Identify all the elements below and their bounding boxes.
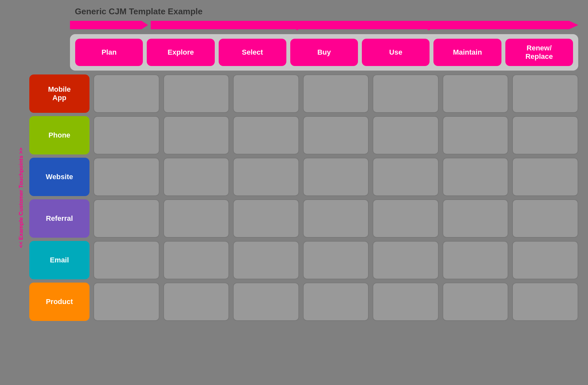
cell-email-renew[interactable] <box>512 241 578 279</box>
touchpoint-button-referral[interactable]: Referral <box>29 199 89 238</box>
cells-row-product <box>93 283 578 321</box>
cell-website-maintain[interactable] <box>443 158 509 196</box>
cell-referral-buy[interactable] <box>303 199 369 238</box>
cell-email-maintain[interactable] <box>443 241 509 279</box>
step-button-renew[interactable]: Renew/ Replace <box>505 39 573 66</box>
cell-product-use[interactable] <box>373 283 439 321</box>
cell-referral-plan[interactable] <box>93 199 159 238</box>
touchpoint-button-email[interactable]: Email <box>29 241 89 279</box>
small-arrow-left <box>70 21 148 29</box>
cell-mobile-app-explore[interactable] <box>163 74 229 113</box>
cell-mobile-app-maintain[interactable] <box>443 74 509 113</box>
vertical-label: << Example Customer Touchpoints >> <box>18 148 24 248</box>
main-container: Generic CJM Template Example Steps in th… <box>0 0 588 385</box>
cell-product-buy[interactable] <box>303 283 369 321</box>
cell-mobile-app-use[interactable] <box>373 74 439 113</box>
touchpoint-button-product[interactable]: Product <box>29 283 89 321</box>
step-button-use[interactable]: Use <box>362 39 430 66</box>
touchpoints-column: Mobile AppPhoneWebsiteReferralEmailProdu… <box>29 74 89 321</box>
cell-phone-buy[interactable] <box>303 116 369 154</box>
cell-referral-maintain[interactable] <box>443 199 509 238</box>
cell-mobile-app-buy[interactable] <box>303 74 369 113</box>
cell-phone-use[interactable] <box>373 116 439 154</box>
touchpoint-button-mobile-app[interactable]: Mobile App <box>29 74 89 113</box>
touchpoint-button-website[interactable]: Website <box>29 158 89 196</box>
step-button-select[interactable]: Select <box>219 39 286 66</box>
cell-phone-renew[interactable] <box>512 116 578 154</box>
cells-row-referral <box>93 199 578 238</box>
cell-website-buy[interactable] <box>303 158 369 196</box>
cells-row-website <box>93 158 578 196</box>
cell-email-select[interactable] <box>233 241 299 279</box>
cell-product-maintain[interactable] <box>443 283 509 321</box>
cell-website-renew[interactable] <box>512 158 578 196</box>
cells-grid <box>93 74 578 321</box>
cells-row-mobile-app <box>93 74 578 113</box>
cell-website-plan[interactable] <box>93 158 159 196</box>
cell-product-explore[interactable] <box>163 283 229 321</box>
cell-website-explore[interactable] <box>163 158 229 196</box>
cell-referral-renew[interactable] <box>512 199 578 238</box>
cell-product-plan[interactable] <box>93 283 159 321</box>
step-button-maintain[interactable]: Maintain <box>433 39 501 66</box>
cell-referral-explore[interactable] <box>163 199 229 238</box>
cell-mobile-app-select[interactable] <box>233 74 299 113</box>
cell-referral-use[interactable] <box>373 199 439 238</box>
cell-email-plan[interactable] <box>93 241 159 279</box>
cell-phone-plan[interactable] <box>93 116 159 154</box>
cell-phone-select[interactable] <box>233 116 299 154</box>
touchpoint-button-phone[interactable]: Phone <box>29 116 89 154</box>
cell-phone-maintain[interactable] <box>443 116 509 154</box>
cell-email-buy[interactable] <box>303 241 369 279</box>
cell-product-select[interactable] <box>233 283 299 321</box>
cell-product-renew[interactable] <box>512 283 578 321</box>
step-button-explore[interactable]: Explore <box>147 39 214 66</box>
cell-email-use[interactable] <box>373 241 439 279</box>
cell-website-select[interactable] <box>233 158 299 196</box>
cell-website-use[interactable] <box>373 158 439 196</box>
step-button-buy[interactable]: Buy <box>290 39 358 66</box>
cell-referral-select[interactable] <box>233 199 299 238</box>
cell-email-explore[interactable] <box>163 241 229 279</box>
cell-mobile-app-plan[interactable] <box>93 74 159 113</box>
steps-container: PlanExploreSelectBuyUseMaintainRenew/ Re… <box>70 34 578 71</box>
cell-phone-explore[interactable] <box>163 116 229 154</box>
page-title: Generic CJM Template Example <box>75 7 578 17</box>
cell-mobile-app-renew[interactable] <box>512 74 578 113</box>
cells-row-email <box>93 241 578 279</box>
big-arrow-right <box>151 21 578 29</box>
cells-row-phone <box>93 116 578 154</box>
step-button-plan[interactable]: Plan <box>75 39 143 66</box>
